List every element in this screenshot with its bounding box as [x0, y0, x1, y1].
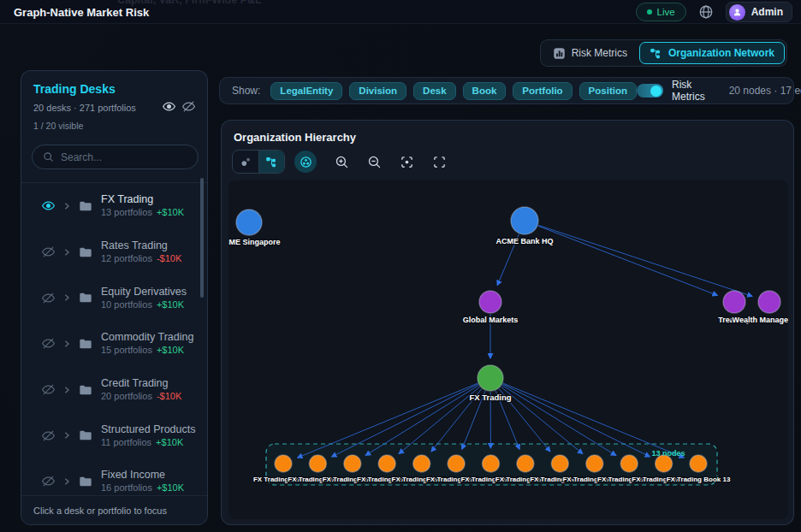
- graph-filter-bar: Show: LegalEntityDivisionDeskBookPortfol…: [219, 77, 794, 104]
- chevron-right-icon[interactable]: [62, 202, 71, 210]
- desk-visibility-eye-off-icon[interactable]: [42, 429, 55, 442]
- graph-canvas[interactable]: ACME SingaporeACME Bank HQGlobal Markets…: [228, 180, 788, 519]
- desk-row[interactable]: Rates Trading12 portfolios-$10K: [21, 229, 208, 275]
- org-network-icon: [650, 47, 662, 60]
- desk-visibility-eye-icon[interactable]: [42, 199, 55, 212]
- graph-node-hq[interactable]: [511, 207, 538, 234]
- desk-visibility-eye-off-icon[interactable]: [42, 337, 55, 350]
- desk-row[interactable]: Credit Trading20 portfolios-$10K: [21, 367, 208, 413]
- live-dot-icon: [647, 9, 652, 15]
- desk-row[interactable]: Structured Products11 portfolios+$10K: [21, 412, 208, 458]
- graph-node-tr[interactable]: [723, 291, 745, 313]
- level-chip-legalentity[interactable]: LegalEntity: [270, 82, 342, 100]
- desk-name: Equity Derivatives: [101, 286, 187, 299]
- graph-node-b10[interactable]: [586, 455, 603, 472]
- graph-node-label-b13: FX Trading Book 13: [667, 476, 731, 483]
- graph-node-b12[interactable]: [656, 455, 673, 472]
- graph-node-wm[interactable]: [758, 291, 780, 313]
- desk-list: FX Trading13 portfolios+$10KRates Tradin…: [21, 182, 208, 497]
- desk-visibility-eye-off-icon[interactable]: [42, 292, 55, 304]
- list-scrollbar[interactable]: [200, 178, 204, 298]
- graph-node-b7[interactable]: [483, 455, 500, 472]
- search-icon: [43, 151, 54, 163]
- chevron-right-icon[interactable]: [62, 248, 71, 257]
- graph-node-b4[interactable]: [378, 455, 395, 472]
- folder-icon: [79, 337, 92, 351]
- hierarchy-layout-icon: [265, 156, 278, 168]
- level-chips: LegalEntityDivisionDeskBookPortfolioPosi…: [270, 82, 637, 100]
- ghost-subtitle: Capital, VaR, Firm-Wide P&L: [117, 0, 262, 6]
- force-layout-button[interactable]: [233, 151, 258, 173]
- desk-name: Rates Trading: [101, 239, 181, 252]
- desk-portfolio-count: 13 portfolios: [101, 207, 152, 217]
- level-chip-division[interactable]: Division: [349, 82, 406, 100]
- graph-node-b3[interactable]: [344, 455, 361, 472]
- desk-text: Commodity Trading15 portfolios+$10K: [101, 331, 193, 356]
- desk-name: Structured Products: [101, 423, 195, 436]
- fullscreen-icon[interactable]: [432, 155, 447, 169]
- desk-visibility-eye-off-icon[interactable]: [42, 475, 55, 488]
- level-chip-portfolio[interactable]: Portfolio: [513, 82, 572, 100]
- desk-search[interactable]: [32, 145, 199, 169]
- graph-node-b11[interactable]: [620, 455, 638, 472]
- graph-node-label-sg: ACME Singapore: [228, 238, 281, 246]
- globe-icon[interactable]: [698, 4, 714, 20]
- admin-button[interactable]: Admin: [726, 2, 792, 22]
- graph-node-gm[interactable]: [479, 291, 501, 313]
- desk-text: Credit Trading20 portfolios-$10K: [101, 377, 181, 402]
- desk-row[interactable]: Commodity Trading15 portfolios+$10K: [21, 321, 208, 367]
- search-input[interactable]: [61, 151, 181, 163]
- hierarchy-layout-button[interactable]: [258, 151, 284, 173]
- desk-name: FX Trading: [101, 193, 184, 206]
- graph-node-label-hq: ACME Bank HQ: [495, 237, 553, 245]
- desk-name: Credit Trading: [101, 377, 181, 390]
- cluster-toggle-button[interactable]: [294, 151, 317, 173]
- graph-edge-hq-tr: [538, 226, 718, 295]
- chevron-right-icon[interactable]: [62, 431, 71, 440]
- level-chip-position[interactable]: Position: [579, 82, 637, 100]
- folder-icon: [79, 245, 92, 259]
- desk-row[interactable]: Equity Derivatives10 portfolios+$10K: [21, 275, 208, 321]
- zoom-in-icon[interactable]: [335, 155, 349, 169]
- zoom-out-icon[interactable]: [367, 155, 382, 169]
- hide-all-eye-off-icon[interactable]: [182, 100, 195, 113]
- layout-segmented-control: [232, 150, 285, 174]
- desk-text: Structured Products11 portfolios+$10K: [101, 423, 195, 448]
- desk-row[interactable]: Fixed Income16 portfolios+$10K: [21, 458, 208, 497]
- graph-node-label-wm: Wealth Management: [733, 316, 788, 324]
- chevron-right-icon[interactable]: [62, 293, 71, 302]
- desk-pnl: -$10K: [157, 391, 181, 401]
- desk-row[interactable]: FX Trading13 portfolios+$10K: [21, 183, 208, 229]
- cluster-count-label: 13 nodes: [651, 449, 685, 458]
- chevron-right-icon[interactable]: [62, 386, 71, 394]
- graph-node-b1[interactable]: [275, 455, 292, 472]
- folder-icon: [79, 383, 92, 397]
- graph-node-b5[interactable]: [413, 455, 430, 472]
- tab-risk-metrics-label: Risk Metrics: [572, 47, 627, 59]
- organization-hierarchy-panel: Organization Hierarchy: [221, 120, 794, 525]
- show-all-eye-icon[interactable]: [163, 100, 175, 113]
- live-button[interactable]: Live: [636, 3, 686, 21]
- app-title: Graph-Native Market Risk: [14, 6, 149, 19]
- desk-text: Equity Derivatives10 portfolios+$10K: [101, 286, 187, 310]
- folder-icon: [79, 291, 92, 304]
- desk-visibility-eye-off-icon[interactable]: [42, 245, 55, 258]
- graph-node-b13[interactable]: [690, 455, 707, 472]
- desk-subline: 12 portfolios-$10K: [101, 252, 181, 264]
- chevron-right-icon[interactable]: [62, 477, 71, 486]
- tab-risk-metrics[interactable]: Risk Metrics: [543, 42, 638, 64]
- graph-node-b2[interactable]: [309, 455, 326, 472]
- graph-node-b6[interactable]: [448, 455, 465, 472]
- graph-node-sg[interactable]: [236, 210, 262, 235]
- level-chip-desk[interactable]: Desk: [413, 82, 456, 100]
- focus-selection-icon[interactable]: [400, 155, 414, 169]
- graph-node-b8[interactable]: [517, 455, 534, 472]
- graph-node-fx[interactable]: [478, 365, 503, 391]
- risk-metrics-toggle[interactable]: [637, 84, 663, 98]
- graph-node-b9[interactable]: [551, 455, 568, 472]
- level-chip-book[interactable]: Book: [463, 82, 507, 100]
- show-label: Show:: [232, 85, 260, 97]
- desk-visibility-eye-off-icon[interactable]: [42, 383, 55, 396]
- chevron-right-icon[interactable]: [62, 340, 71, 348]
- tab-organization-network[interactable]: Organization Network: [639, 42, 785, 64]
